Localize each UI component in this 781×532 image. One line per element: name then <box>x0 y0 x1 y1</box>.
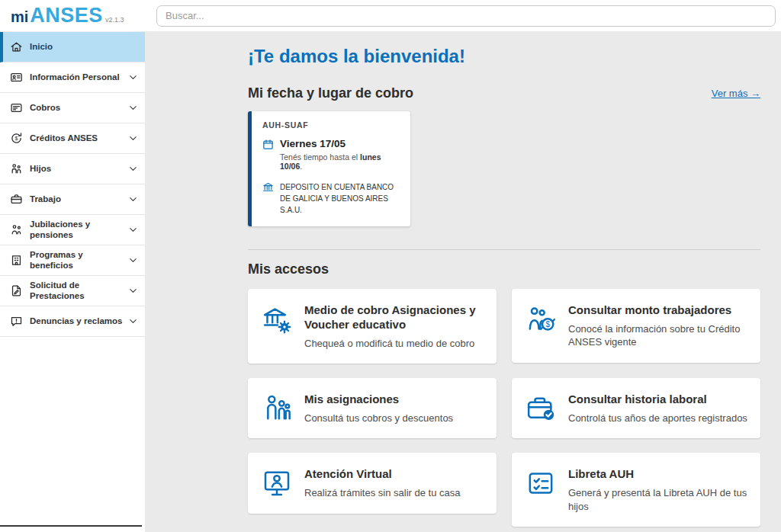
section-divider <box>248 249 760 250</box>
sidebar-item-cobros[interactable]: Cobros <box>0 93 145 123</box>
sidebar-item-label: Trabajo <box>30 194 127 204</box>
payment-program-label: AUH-SUAF <box>262 120 401 130</box>
sidebar-item-hijos[interactable]: Hijos <box>0 154 145 184</box>
search-input[interactable] <box>156 5 776 27</box>
sidebar-item-label: Hijos <box>30 164 127 174</box>
libreta-check-icon <box>525 468 557 498</box>
sidebar-item-label: Información Personal <box>30 72 127 82</box>
people-sync-icon: $ <box>525 304 557 335</box>
access-card-medio-de-cobro[interactable]: Medio de cobro Asignaciones y Voucher ed… <box>248 289 497 364</box>
chevron-down-icon <box>127 224 139 236</box>
chevron-down-icon <box>127 255 139 266</box>
bank-gear-icon <box>261 304 293 335</box>
sidebar-item-label: Programas y beneficios <box>30 250 127 270</box>
chevron-down-icon <box>127 163 139 175</box>
credit-refresh-icon: $ <box>10 132 23 145</box>
sidebar-item-trabajo[interactable]: Trabajo <box>0 184 145 215</box>
payment-deadline: Tenés tiempo hasta el lunes 10/06. <box>280 152 401 171</box>
sidebar-item-solicitud-de-prestaciones[interactable]: Solicitud de Prestaciones <box>0 276 145 306</box>
access-card-subtitle: Chequeá o modificá tu medio de cobro <box>304 337 484 351</box>
sidebar: Inicio Información Personal Cobros $ Cré… <box>0 32 145 532</box>
svg-text:$: $ <box>545 320 550 328</box>
access-card-libreta-auh[interactable]: Libreta AUH Generá y presentá la Libreta… <box>512 453 760 527</box>
chevron-down-icon <box>127 194 139 205</box>
payment-date: Viernes 17/05 <box>280 138 346 149</box>
access-card-title: Consultar monto trabajadores <box>568 303 748 318</box>
mianses-logo[interactable]: mi ANSES v2.1.3 <box>0 4 146 27</box>
chat-alert-icon <box>10 315 23 328</box>
access-card-consultar-monto-trabajadores[interactable]: $ Consultar monto trabajadores Conocé la… <box>512 289 760 363</box>
payment-card[interactable]: AUH-SUAF Viernes 17/05 Tenés tiempo hast… <box>248 111 410 226</box>
document-pencil-icon <box>10 284 23 297</box>
chevron-down-icon <box>127 72 139 83</box>
sidebar-item-label: Cobros <box>30 103 127 113</box>
accesses-section-title: Mis accesos <box>248 261 760 277</box>
chevron-down-icon <box>127 316 139 327</box>
logo-anses-text: ANSES <box>30 4 103 27</box>
sidebar-item-inicio[interactable]: Inicio <box>0 32 145 62</box>
access-card-subtitle: Generá y presentá la Libreta AUH de tus … <box>568 486 748 513</box>
logo-mi-text: mi <box>11 8 28 26</box>
sidebar-item-label: Inicio <box>30 42 139 52</box>
id-card-icon <box>10 71 23 84</box>
access-card-subtitle: Consultá tus cobros y descuentos <box>304 412 453 425</box>
search-bar <box>146 5 781 27</box>
access-card-title: Libreta AUH <box>568 467 748 482</box>
sidebar-item-label: Solicitud de Prestaciones <box>30 280 127 300</box>
access-card-subtitle: Conocé la información sobre tu Crédito A… <box>568 322 748 349</box>
access-card-subtitle: Controlá tus años de aportes registrados <box>568 412 747 425</box>
access-card-subtitle: Realizá trámites sin salir de tu casa <box>304 486 460 500</box>
app-header: mi ANSES v2.1.3 <box>0 0 781 32</box>
sidebar-item-label: Créditos ANSES <box>30 133 127 143</box>
briefcase-check-icon <box>525 393 557 424</box>
sidebar-item-label: Denuncias y reclamos <box>30 316 127 326</box>
chevron-down-icon <box>127 102 139 114</box>
access-card-title: Mis asignaciones <box>304 393 453 407</box>
sidebar-bottom-divider <box>0 525 142 527</box>
home-icon <box>10 40 23 53</box>
access-grid: Medio de cobro Asignaciones y Voucher ed… <box>248 289 760 527</box>
app-version: v2.1.3 <box>105 16 124 24</box>
access-card-title: Atención Virtual <box>304 467 460 482</box>
access-card-atencion-virtual[interactable]: Atención Virtual Realizá trámites sin sa… <box>248 453 497 513</box>
access-card-title: Medio de cobro Asignaciones y Voucher ed… <box>304 303 484 332</box>
ver-mas-link[interactable]: Ver más → <box>712 88 760 99</box>
family-icon <box>261 393 293 424</box>
sidebar-item-informacion-personal[interactable]: Información Personal <box>0 62 145 93</box>
sidebar-item-label: Jubilaciones y pensiones <box>30 220 127 239</box>
monitor-person-icon <box>261 468 293 498</box>
sidebar-item-creditos-anses[interactable]: $ Créditos ANSES <box>0 123 145 154</box>
svg-text:$: $ <box>15 136 18 142</box>
access-card-title: Consultar historia laboral <box>568 393 747 407</box>
access-card-mis-asignaciones[interactable]: Mis asignaciones Consultá tus cobros y d… <box>248 378 497 438</box>
sidebar-item-denuncias-y-reclamos[interactable]: Denuncias y reclamos <box>0 306 145 337</box>
briefcase-icon <box>10 193 23 206</box>
main-content: ¡Te damos la bienvenida! Mi fecha y luga… <box>145 32 781 532</box>
welcome-title: ¡Te damos la bienvenida! <box>248 46 760 67</box>
calendar-icon <box>262 139 274 150</box>
sidebar-item-jubilaciones-y-pensiones[interactable]: Jubilaciones y pensiones <box>0 215 145 245</box>
bank-icon <box>262 181 274 193</box>
access-card-consultar-historia-laboral[interactable]: Consultar historia laboral Controlá tus … <box>512 378 760 438</box>
payment-section-title: Mi fecha y lugar de cobro <box>248 85 413 101</box>
payments-list-icon <box>10 101 23 114</box>
chevron-down-icon <box>127 133 139 144</box>
payment-place: DEPOSITO EN CUENTA BANCO DE GALICIA Y BU… <box>280 181 401 216</box>
building-icon <box>10 254 23 267</box>
children-icon <box>10 162 23 175</box>
chevron-down-icon <box>127 285 139 296</box>
sidebar-item-programas-y-beneficios[interactable]: Programas y beneficios <box>0 245 145 276</box>
retirees-icon <box>10 223 23 236</box>
